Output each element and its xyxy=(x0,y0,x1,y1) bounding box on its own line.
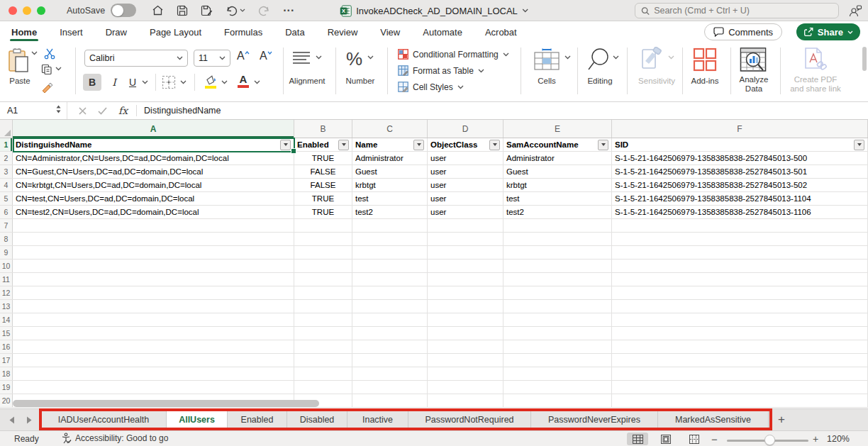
cell-D3[interactable]: user xyxy=(428,165,503,178)
cell-A19[interactable] xyxy=(13,381,294,394)
cell-D2[interactable]: user xyxy=(428,152,503,165)
cell-D9[interactable] xyxy=(428,246,503,259)
minimize-window-button[interactable] xyxy=(23,6,31,15)
font-size-select[interactable]: 11 xyxy=(194,50,230,67)
column-header-D[interactable]: D xyxy=(428,120,503,138)
cell-E20[interactable] xyxy=(503,394,612,407)
cell-B4[interactable]: FALSE xyxy=(294,179,352,191)
zoom-slider-handle[interactable] xyxy=(764,435,775,445)
cell-A2[interactable]: CN=Administrator,CN=Users,DC=ad,DC=domai… xyxy=(13,152,294,165)
cell-E9[interactable] xyxy=(503,246,612,259)
format-painter-icon[interactable] xyxy=(41,81,54,94)
cell-F8[interactable] xyxy=(612,233,868,245)
row-header-18[interactable]: 18 xyxy=(0,367,13,380)
cell-E11[interactable] xyxy=(503,273,612,286)
cell-A11[interactable] xyxy=(13,273,294,286)
row-header-14[interactable]: 14 xyxy=(0,313,13,326)
cell-F13[interactable] xyxy=(612,300,868,313)
underline-button[interactable]: U xyxy=(125,74,140,91)
share-button[interactable]: Share xyxy=(796,23,860,40)
cell-A17[interactable] xyxy=(13,354,294,367)
column-header-A[interactable]: A xyxy=(13,120,294,138)
column-header-C[interactable]: C xyxy=(352,120,428,138)
bold-button[interactable]: B xyxy=(83,74,101,91)
cell-C16[interactable] xyxy=(352,340,428,353)
page-layout-view-button[interactable] xyxy=(655,433,677,445)
zoom-level[interactable]: 120% xyxy=(827,434,850,444)
row-header-10[interactable]: 10 xyxy=(0,260,13,272)
cell-F18[interactable] xyxy=(612,367,868,380)
font-color-button[interactable]: A xyxy=(235,72,251,89)
cell-B11[interactable] xyxy=(294,273,352,286)
cell-F11[interactable] xyxy=(612,273,868,286)
cell-B5[interactable]: TRUE xyxy=(294,192,352,205)
cell-B7[interactable] xyxy=(294,219,352,232)
sheet-tab-allusers[interactable]: AllUsers xyxy=(167,409,228,430)
filter-button[interactable] xyxy=(854,140,864,150)
row-header-1[interactable]: 1 xyxy=(0,138,13,151)
column-header-F[interactable]: F xyxy=(612,120,868,138)
page-break-view-button[interactable] xyxy=(684,433,705,445)
cell-D20[interactable] xyxy=(428,394,503,407)
cell-D11[interactable] xyxy=(428,273,503,286)
cell-D6[interactable]: user xyxy=(428,206,503,218)
column-header-E[interactable]: E xyxy=(503,120,612,138)
cell-E14[interactable] xyxy=(503,313,612,326)
cell-D14[interactable] xyxy=(428,313,503,326)
name-box-stepper[interactable] xyxy=(56,105,61,113)
filter-button[interactable] xyxy=(338,140,349,150)
conditional-formatting-button[interactable]: Conditional Formatting xyxy=(398,49,509,60)
cell-C9[interactable] xyxy=(352,246,428,259)
save-as-icon[interactable] xyxy=(201,5,213,16)
cell-F12[interactable] xyxy=(612,286,868,299)
cell-E17[interactable] xyxy=(503,354,612,367)
row-header-6[interactable]: 6 xyxy=(0,206,13,218)
sheet-tab-disabled[interactable]: Disabled xyxy=(287,409,347,430)
cell-D16[interactable] xyxy=(428,340,503,353)
cell-C2[interactable]: Administrator xyxy=(352,152,428,165)
cell-B8[interactable] xyxy=(294,233,352,245)
alignment-menu-chevron-icon[interactable] xyxy=(316,55,322,60)
ribbon-tab-insert[interactable]: Insert xyxy=(58,21,84,43)
sheet-tab-passwordneverexpires[interactable]: PasswordNeverExpires xyxy=(531,409,658,430)
cell-E1[interactable]: SamAccountName xyxy=(503,138,612,151)
search-box[interactable] xyxy=(635,3,839,18)
cell-B2[interactable]: TRUE xyxy=(294,152,352,165)
cell-C8[interactable] xyxy=(352,233,428,245)
editing-menu-chevron-icon[interactable] xyxy=(613,55,619,60)
cell-F10[interactable] xyxy=(612,260,868,272)
autosave-toggle[interactable] xyxy=(111,4,136,17)
cell-E10[interactable] xyxy=(503,260,612,272)
formula-bar-value[interactable]: DistinguishedName xyxy=(144,106,221,116)
borders-button[interactable] xyxy=(162,75,176,89)
cell-E15[interactable] xyxy=(503,327,612,340)
document-title-chevron-icon[interactable] xyxy=(522,9,528,13)
cell-B14[interactable] xyxy=(294,313,352,326)
cell-D19[interactable] xyxy=(428,381,503,394)
cell-C6[interactable]: test2 xyxy=(352,206,428,218)
cell-F1[interactable]: SID xyxy=(612,138,868,151)
home-icon[interactable] xyxy=(152,4,164,16)
undo-menu-chevron-icon[interactable] xyxy=(240,9,245,12)
row-header-15[interactable]: 15 xyxy=(0,327,13,340)
ribbon-tab-page-layout[interactable]: Page Layout xyxy=(148,21,203,43)
cell-A14[interactable] xyxy=(13,313,294,326)
sheet-tab-iaduseraccounthealth[interactable]: IADUserAccountHealth xyxy=(41,409,167,430)
cell-D1[interactable]: ObjectClass xyxy=(428,138,503,151)
format-as-table-button[interactable]: Format as Table xyxy=(398,65,484,76)
zoom-window-button[interactable] xyxy=(37,6,45,15)
cell-C15[interactable] xyxy=(352,327,428,340)
cell-F15[interactable] xyxy=(612,327,868,340)
cell-E12[interactable] xyxy=(503,286,612,299)
save-icon[interactable] xyxy=(177,5,188,16)
underline-menu-chevron-icon[interactable] xyxy=(142,80,148,84)
cell-A3[interactable]: CN=Guest,CN=Users,DC=ad,DC=domain,DC=loc… xyxy=(13,165,294,178)
ribbon-tab-draw[interactable]: Draw xyxy=(104,21,128,43)
filter-button[interactable] xyxy=(413,140,424,150)
italic-button[interactable]: I xyxy=(106,74,122,91)
cell-B15[interactable] xyxy=(294,327,352,340)
cell-E6[interactable]: test2 xyxy=(503,206,612,218)
zoom-out-button[interactable]: − xyxy=(711,433,718,445)
more-commands-icon[interactable]: ··· xyxy=(283,4,294,17)
cell-D18[interactable] xyxy=(428,367,503,380)
